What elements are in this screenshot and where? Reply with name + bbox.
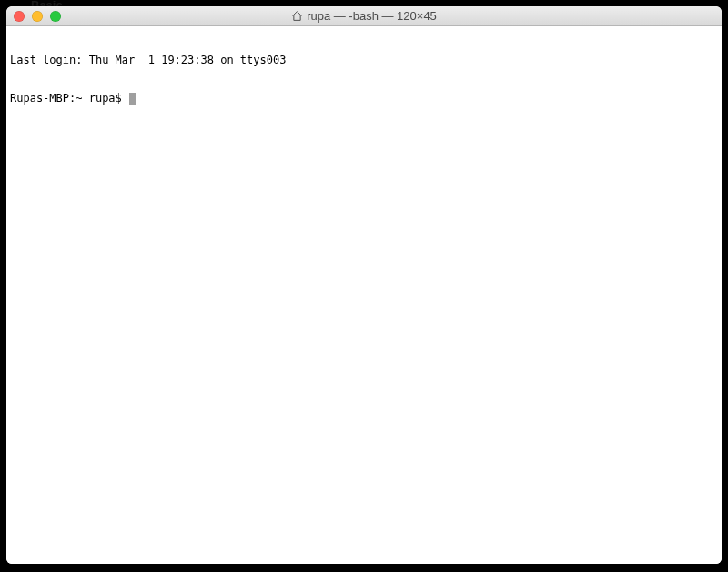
- window-titlebar[interactable]: rupa — -bash — 120×45: [6, 6, 722, 26]
- terminal-prompt: Rupas-MBP:~ rupa$: [10, 92, 128, 105]
- terminal-motd-line: Last login: Thu Mar 1 19:23:38 on ttys00…: [10, 54, 718, 66]
- zoom-icon[interactable]: [50, 11, 61, 22]
- home-icon: [291, 10, 303, 22]
- terminal-prompt-line: Rupas-MBP:~ rupa$: [10, 92, 718, 105]
- terminal-window: rupa — -bash — 120×45 Last login: Thu Ma…: [6, 6, 722, 564]
- terminal-body[interactable]: Last login: Thu Mar 1 19:23:38 on ttys00…: [6, 26, 722, 564]
- close-icon[interactable]: [14, 11, 25, 22]
- minimize-icon[interactable]: [32, 11, 43, 22]
- traffic-lights: [14, 11, 61, 22]
- cursor-icon: [129, 93, 136, 105]
- window-title-text: rupa — -bash — 120×45: [307, 9, 437, 23]
- window-title: rupa — -bash — 120×45: [6, 9, 722, 23]
